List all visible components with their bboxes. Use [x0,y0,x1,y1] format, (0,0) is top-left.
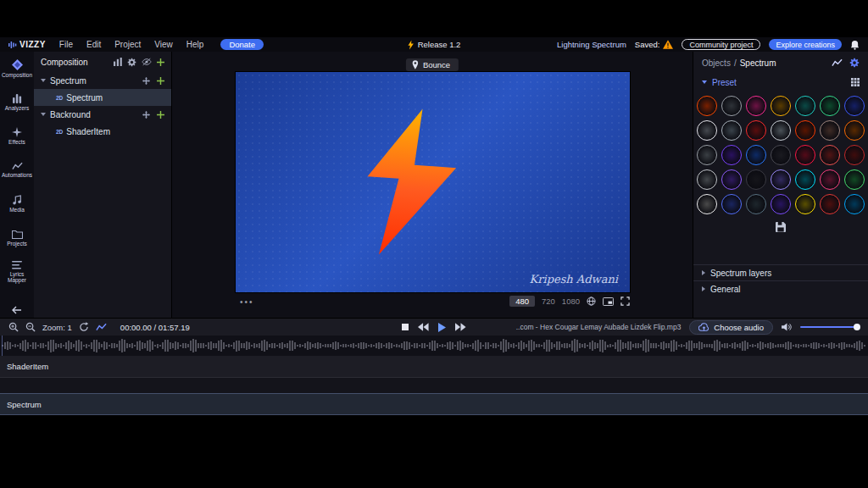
community-project-button[interactable]: Community project [682,39,760,50]
stop-button[interactable] [402,324,409,330]
preset-thumb[interactable] [820,194,840,214]
add-child-icon[interactable] [157,111,164,119]
zoom-out-button[interactable] [25,322,36,332]
rail-item-media[interactable]: Media [0,187,34,221]
picture-in-picture-icon[interactable] [603,297,614,306]
globe-icon[interactable] [587,297,596,306]
gear-icon[interactable] [127,58,136,67]
resolution-480[interactable]: 480 [509,296,535,307]
menu-edit[interactable]: Edit [86,40,101,49]
chevron-right-icon [702,286,705,291]
grid-view-icon[interactable] [851,78,860,86]
add-object-icon[interactable] [157,58,164,66]
preset-thumb[interactable] [697,120,717,141]
overflow-menu-button[interactable]: ••• [240,297,254,307]
preset-section-header[interactable]: Preset [693,74,868,91]
preset-thumb[interactable] [771,145,791,165]
track-spectrum[interactable]: Spectrum [0,393,868,415]
rail-item-composition[interactable]: Composition [0,52,34,86]
rail-item-projects[interactable]: Projects [0,221,34,255]
volume-knob[interactable] [854,324,860,330]
play-button[interactable] [438,323,446,332]
menu-project[interactable]: Project [114,40,141,49]
preset-thumb[interactable] [795,96,815,116]
preset-thumb[interactable] [746,194,766,214]
menu-file[interactable]: File [59,40,73,49]
preset-thumb[interactable] [844,120,865,141]
preset-thumb[interactable] [844,169,865,190]
preset-thumb[interactable] [771,120,791,141]
resolution-720[interactable]: 720 [542,297,555,306]
volume-slider[interactable] [800,326,858,329]
preset-thumb[interactable] [795,145,815,165]
preset-thumb[interactable] [697,96,717,116]
preset-thumb[interactable] [844,194,865,214]
bounce-button[interactable]: Bounce [406,58,459,71]
preset-thumb[interactable] [795,194,815,214]
tree-group-spectrum[interactable]: Spectrum [34,72,171,89]
preset-thumb[interactable] [721,120,742,141]
tree-item-spectrum[interactable]: 2D Spectrum [34,89,171,106]
preset-thumb[interactable] [820,120,840,141]
dimension-badge: 2D [56,129,63,135]
refresh-button[interactable] [79,322,89,332]
preset-thumb[interactable] [721,169,742,190]
preset-thumb[interactable] [820,169,840,190]
preset-thumb[interactable] [697,194,717,214]
move-icon[interactable] [142,77,150,85]
preset-thumb[interactable] [697,145,717,165]
rewind-button[interactable] [418,323,429,331]
rail-item-lyrics-mapper[interactable]: Lyrics Mapper [0,255,34,289]
rail-item-analyzers[interactable]: Analyzers [0,86,34,119]
stats-bars-icon[interactable] [114,58,122,66]
resolution-1080[interactable]: 1080 [562,297,580,306]
explore-creations-button[interactable]: Explore creations [769,39,842,50]
preset-thumb[interactable] [820,145,840,165]
automation-view-icon[interactable] [96,323,107,331]
fullscreen-icon[interactable] [620,297,630,306]
donate-button[interactable]: Donate [220,39,264,50]
tree-group-backround[interactable]: Backround [34,106,171,123]
eye-off-icon[interactable] [142,58,152,66]
fast-forward-button[interactable] [455,323,466,331]
preset-thumb[interactable] [844,96,865,116]
app-logo[interactable]: VIZZY [0,40,46,49]
section-spectrum-layers[interactable]: Spectrum layers [693,264,868,280]
menu-help[interactable]: Help [186,40,204,49]
settings-gear-icon[interactable] [849,58,860,68]
choose-audio-button[interactable]: Choose audio [689,320,773,335]
move-icon[interactable] [142,111,150,119]
preset-thumb[interactable] [721,194,742,214]
preset-thumb[interactable] [746,145,766,165]
preset-thumb[interactable] [795,169,815,190]
collapse-rail-button[interactable] [0,306,34,314]
preset-thumb[interactable] [795,120,815,141]
volume-icon[interactable] [782,323,792,331]
preset-thumb[interactable] [844,145,865,165]
waveform[interactable] [0,336,868,356]
breadcrumb-objects[interactable]: Objects [702,58,731,68]
save-preset-button[interactable] [776,222,786,232]
back-arrow-icon [12,306,22,314]
preset-thumb[interactable] [820,96,840,116]
preset-thumb[interactable] [746,169,766,190]
zoom-in-button[interactable] [8,322,19,332]
preset-thumb[interactable] [721,145,742,165]
preset-thumb[interactable] [721,96,742,116]
preset-thumb[interactable] [697,169,717,190]
preset-thumb[interactable] [746,96,766,116]
tree-item-shaderitem[interactable]: 2D ShaderItem [34,123,171,140]
section-general[interactable]: General [693,280,868,297]
analyzer-chart-icon[interactable] [832,58,843,67]
menu-view[interactable]: View [154,40,173,49]
notifications-bell-icon[interactable] [850,40,860,50]
track-shaderitem[interactable]: ShaderItem [0,356,868,378]
cloud-upload-icon [698,323,709,331]
rail-item-effects[interactable]: Effects [0,119,34,153]
preset-thumb[interactable] [771,96,791,116]
preset-thumb[interactable] [771,169,791,190]
preset-thumb[interactable] [746,120,766,141]
preset-thumb[interactable] [771,194,791,214]
rail-item-automations[interactable]: Automations [0,153,34,187]
add-child-icon[interactable] [157,77,164,85]
